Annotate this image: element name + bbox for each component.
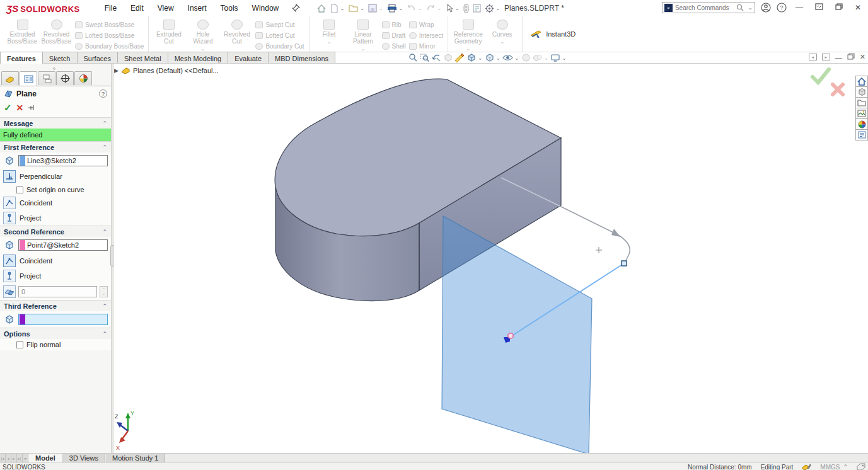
pm-help-icon[interactable]: ? — [99, 89, 107, 98]
next-tab-icon[interactable]: ▸ — [11, 454, 17, 462]
appearances-scenes-button[interactable] — [855, 118, 868, 130]
print-button[interactable]: ⌄ — [386, 3, 405, 14]
configurationmanager-tab[interactable] — [38, 71, 55, 85]
third-reference-section-header[interactable]: Third Reference⌃ — [0, 300, 111, 311]
open-file-button[interactable]: ⌄ — [347, 3, 366, 14]
second-reference-selection-box[interactable]: Point7@Sketch2 — [18, 239, 108, 251]
project-option-first[interactable]: Project — [0, 210, 111, 226]
pm-pin-icon[interactable] — [28, 104, 37, 112]
tab-sketch[interactable]: Sketch — [42, 52, 78, 63]
search-input[interactable] — [675, 4, 734, 11]
third-reference-selection-box[interactable] — [18, 314, 108, 325]
flip-normal-checkbox[interactable]: Flip normal — [0, 339, 111, 350]
units-selector[interactable]: MMGS⌃ — [820, 464, 848, 470]
offset-spinner[interactable]: ⌃⌄ — [100, 286, 108, 297]
propertymanager-tab[interactable] — [20, 71, 37, 86]
menu-file[interactable]: File — [98, 1, 124, 15]
view-palette-button[interactable] — [855, 108, 868, 119]
file-properties-button[interactable] — [472, 3, 482, 14]
last-tab-icon[interactable]: ▸| — [17, 454, 23, 462]
3d-drawing-view-button[interactable] — [454, 53, 465, 62]
options-gear-button[interactable]: ⌄ — [483, 3, 502, 14]
minimize-button[interactable]: — — [792, 3, 806, 12]
custom-properties-button[interactable] — [855, 129, 868, 140]
tree-expand-icon[interactable]: ▶ — [114, 67, 119, 74]
pin-menu-icon[interactable] — [288, 3, 304, 14]
coincident-option-first[interactable]: Coincident — [0, 195, 111, 210]
message-section-header[interactable]: Message⌃ — [0, 117, 111, 129]
displaymanager-tab[interactable] — [74, 71, 92, 85]
offset-distance-field[interactable]: 0 — [18, 286, 97, 297]
tab-mesh-modeling[interactable]: Mesh Modeling — [168, 52, 229, 63]
next-document-icon[interactable]: ▸ — [822, 54, 830, 60]
doc-minimize-button[interactable]: — — [835, 54, 842, 61]
save-button[interactable]: ⌄ — [367, 3, 385, 14]
coincident-option-second[interactable]: Coincident — [0, 253, 111, 268]
tab-sheet-metal[interactable]: Sheet Metal — [117, 52, 168, 63]
user-account-button[interactable] — [761, 3, 771, 13]
previous-view-button[interactable] — [432, 54, 441, 62]
checkbox-icon[interactable] — [16, 186, 23, 193]
tags-icon[interactable] — [857, 463, 865, 470]
perpendicular-icon — [3, 170, 16, 183]
search-commands-box[interactable]: > ⌄ — [662, 2, 755, 13]
confirm-ok-icon[interactable] — [813, 69, 829, 83]
search-scope-caret-icon[interactable]: ⌄ — [748, 4, 753, 11]
pm-cancel-button[interactable]: ✕ — [16, 103, 24, 113]
first-reference-selection-box[interactable]: Line3@Sketch2 — [18, 155, 108, 166]
select-cursor-button[interactable]: ⌄ — [444, 3, 461, 14]
menu-insert[interactable]: Insert — [181, 1, 214, 15]
tab-model[interactable]: Model — [28, 454, 62, 462]
new-file-button[interactable]: ⌄ — [329, 3, 346, 14]
project-option-second[interactable]: Project — [0, 268, 111, 284]
design-library-button[interactable] — [855, 97, 868, 108]
help-button[interactable]: ? — [777, 3, 787, 13]
solidworks-resources-button[interactable] — [855, 86, 868, 98]
tab-surfaces[interactable]: Surfaces — [77, 52, 118, 63]
3d-scene[interactable]: Y Z X — [114, 64, 868, 453]
tab-features[interactable]: Features — [0, 52, 43, 64]
menu-edit[interactable]: Edit — [124, 1, 151, 15]
set-origin-on-curve-checkbox[interactable]: Set origin on curve — [0, 184, 111, 195]
instant3d-button[interactable]: Instant3D — [523, 16, 582, 52]
featuremanager-tree-tab[interactable] — [1, 71, 19, 85]
pm-ok-button[interactable]: ✓ — [4, 102, 12, 113]
tab-3d-views[interactable]: 3D Views — [62, 454, 105, 462]
reference-plane-preview[interactable] — [442, 216, 592, 453]
doc-restore-button[interactable] — [847, 53, 855, 61]
perpendicular-option[interactable]: Perpendicular — [0, 169, 111, 184]
home-tab-button[interactable] — [855, 76, 868, 87]
maximize-button[interactable] — [812, 3, 826, 12]
rebuild-button[interactable] — [462, 3, 470, 14]
checkbox-icon[interactable] — [16, 341, 23, 348]
first-reference-section-header[interactable]: First Reference⌃ — [0, 141, 111, 152]
tab-menu-icon[interactable]: ▾ — [23, 454, 28, 462]
prev-tab-icon[interactable]: ◂ — [6, 454, 11, 462]
graphics-viewport[interactable]: ▶ Planes (Default) <<Defaul... — [114, 64, 868, 453]
doc-close-button[interactable]: ✕ — [860, 53, 865, 61]
second-reference-section-header[interactable]: Second Reference⌃ — [0, 226, 111, 237]
menu-view[interactable]: View — [151, 1, 181, 15]
tab-evaluate[interactable]: Evaluate — [228, 52, 269, 63]
first-tab-icon[interactable]: |◂ — [0, 454, 6, 462]
hide-show-items-button[interactable]: ⌄ — [502, 54, 519, 62]
home-button[interactable] — [315, 3, 328, 14]
restore-button[interactable] — [832, 3, 846, 12]
display-style-button[interactable]: ⌄ — [485, 53, 501, 62]
tab-motion-study[interactable]: Motion Study 1 — [105, 454, 165, 462]
view-orientation-button[interactable]: ⌄ — [466, 53, 483, 62]
feature-tree-flyout[interactable]: ▶ Planes (Default) <<Defaul... — [114, 66, 219, 74]
view-settings-button[interactable]: ⌄ — [550, 54, 567, 62]
menu-tools[interactable]: Tools — [214, 1, 245, 15]
boundary-boss-icon — [75, 43, 83, 50]
zoom-to-area-button[interactable] — [420, 53, 430, 62]
close-button[interactable]: ✕ — [852, 3, 864, 12]
tab-mbd-dimensions[interactable]: MBD Dimensions — [268, 52, 335, 63]
panel-splitter-dot[interactable] — [53, 67, 55, 70]
menu-window[interactable]: Window — [245, 1, 286, 15]
confirm-cancel-icon[interactable] — [833, 84, 843, 95]
zoom-to-fit-button[interactable] — [408, 53, 418, 62]
options-section-header[interactable]: Options⌃ — [0, 328, 111, 339]
previous-document-icon[interactable]: ◂ — [809, 54, 817, 60]
dimxpertmanager-tab[interactable] — [56, 71, 74, 85]
